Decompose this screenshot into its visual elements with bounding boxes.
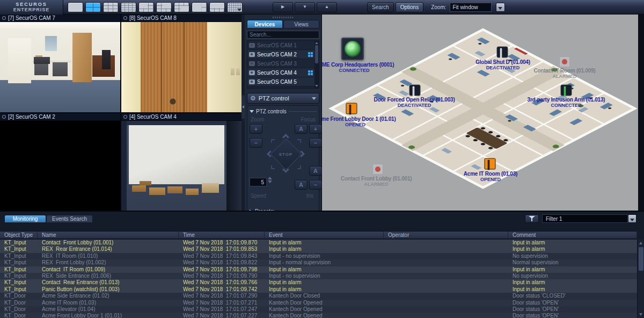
focus-auto-button[interactable]: A — [295, 124, 308, 134]
filter-button[interactable] — [525, 214, 539, 223]
collapse-button[interactable]: ▼ — [295, 2, 315, 12]
column-header[interactable]: Event — [265, 232, 384, 238]
iris-close-button[interactable]: − — [309, 180, 322, 190]
iris-auto-button[interactable]: A — [309, 166, 322, 176]
camera-tile[interactable]: [4] SecurOS CAM 4 — [121, 113, 241, 211]
device-marker-icon[interactable] — [341, 38, 364, 60]
layout-button[interactable] — [227, 2, 243, 12]
device-marker-label: Acme IT Room (01.03) OPENED — [426, 171, 555, 182]
device-list-item[interactable]: SecurOS CAM 2 — [247, 50, 314, 59]
layout-button[interactable] — [138, 2, 154, 12]
facility-map[interactable]: ACME Corp Headquarters (0001) CONNECTED — [322, 15, 644, 211]
cell-event: Kantech Door Opened — [265, 300, 384, 306]
device-marker-icon[interactable] — [559, 56, 570, 67]
device-marker-icon[interactable] — [372, 164, 383, 175]
device-marker-icon[interactable] — [497, 47, 508, 58]
events-tab[interactable]: Monitoring — [4, 215, 46, 223]
event-row[interactable]: KT_Input Contact Front Lobby (01.001) We… — [0, 240, 637, 246]
layout-button[interactable] — [68, 2, 83, 12]
scroll-up-icon[interactable] — [639, 242, 642, 244]
event-row[interactable]: KT_Input REX Front Lobby (01.002) Wed 7 … — [0, 259, 637, 266]
device-list-item[interactable]: SecurOS CAM 5 — [247, 77, 314, 86]
panel-drag-handle[interactable] — [273, 17, 294, 18]
camera-tile[interactable]: [7] SecurOS CAM 7 — [0, 15, 120, 112]
layout-button[interactable] — [103, 2, 119, 12]
event-row[interactable]: KT_Input REX Rear Entrance (01.014) Wed … — [0, 246, 637, 252]
filter-select[interactable]: Filter 1 — [542, 214, 628, 223]
events-table-body: KT_Input Contact Front Lobby (01.001) We… — [0, 240, 637, 318]
events-table-scrollbar[interactable] — [637, 240, 644, 318]
spinner-down-icon[interactable] — [268, 180, 272, 183]
event-row[interactable]: KT_Door Acme Side Entrance (01.02) Wed 7… — [0, 293, 637, 299]
layout-button[interactable] — [209, 2, 225, 12]
panel-tab[interactable]: Views — [283, 20, 319, 28]
zoom-select[interactable]: Fit window — [450, 3, 492, 12]
device-search-input[interactable] — [247, 31, 319, 39]
event-row[interactable]: KT_Door Acme IT Room (01.03) Wed 7 Nov 2… — [0, 300, 637, 306]
spinner-up-icon[interactable] — [268, 177, 272, 179]
layout-indicator-icon — [308, 70, 313, 75]
camera-video[interactable] — [121, 121, 241, 211]
playback-button-group: ▶ ▼ ▲ — [273, 2, 337, 12]
layout-button[interactable] — [121, 2, 136, 12]
scroll-down-icon[interactable] — [315, 85, 318, 87]
device-marker-icon[interactable] — [561, 85, 572, 96]
device-marker-icon[interactable] — [409, 85, 421, 96]
zoom-select-arrow-button[interactable] — [496, 3, 505, 12]
pan-up-right-arrow[interactable] — [297, 139, 301, 143]
ptz-controls-section-header[interactable]: PTZ controls — [250, 109, 317, 114]
options-button[interactable]: Options — [396, 2, 423, 12]
camera-video[interactable] — [121, 22, 241, 112]
layout-button[interactable] — [156, 2, 172, 12]
scroll-down-icon[interactable] — [639, 313, 642, 316]
scrollbar-thumb[interactable] — [639, 247, 643, 271]
device-list-item[interactable]: SecurOS CAM 1 — [247, 41, 314, 50]
cell-time: Wed 7 Nov 2018 17:01:09.843 — [179, 253, 265, 259]
filter-select-arrow-button[interactable] — [628, 214, 636, 223]
camera-video[interactable] — [0, 121, 120, 211]
play-button[interactable]: ▶ — [273, 2, 293, 12]
cell-operator — [384, 313, 508, 318]
iris-open-button[interactable]: A — [295, 180, 308, 190]
pan-down-right-arrow[interactable] — [297, 165, 301, 169]
events-tab[interactable]: Events Search — [46, 215, 93, 223]
layout-button[interactable] — [174, 2, 189, 12]
scrollbar-thumb[interactable] — [315, 45, 318, 63]
scroll-up-icon[interactable] — [315, 42, 318, 44]
column-header[interactable]: Operator — [384, 232, 508, 238]
zoom-in-button[interactable]: + — [250, 124, 262, 134]
event-row[interactable]: KT_Door Acme Elevator (01.04) Wed 7 Nov … — [0, 306, 637, 313]
column-header[interactable]: Name — [38, 232, 179, 238]
event-row[interactable]: KT_Input REX IT Room (01.010) Wed 7 Nov … — [0, 253, 637, 259]
event-row[interactable]: KT_Door Acme Front Lobby Door 1 (01.01) … — [0, 313, 637, 318]
pan-up-left-arrow[interactable] — [271, 139, 275, 143]
device-marker-icon[interactable] — [485, 158, 496, 170]
cell-operator — [384, 300, 508, 306]
padlock-shackle — [500, 48, 502, 58]
camera-video[interactable] — [0, 22, 120, 112]
device-list-item[interactable]: SecurOS CAM 3 — [247, 59, 314, 68]
device-list-item[interactable]: SecurOS CAM 4 — [247, 68, 314, 77]
camera-tile[interactable]: [8] SecurOS CAM 8 — [121, 15, 241, 112]
column-header[interactable]: Comment — [508, 232, 637, 238]
expand-button[interactable]: ▲ — [317, 2, 337, 12]
zoom-out-button[interactable]: − — [250, 138, 262, 148]
event-row[interactable]: KT_Input Panic Button (watchlist) (01.00… — [0, 286, 637, 293]
panel-tab[interactable]: Devices — [247, 20, 283, 28]
ptz-speed-value[interactable]: 5 — [250, 178, 267, 186]
pan-down-left-arrow[interactable] — [271, 165, 275, 169]
event-row[interactable]: KT_Input REX Side Entrance (01.006) Wed … — [0, 273, 637, 279]
focus-in-button[interactable]: + — [309, 124, 322, 134]
layout-button[interactable] — [192, 2, 207, 12]
focus-out-button[interactable]: − — [309, 138, 322, 148]
event-row[interactable]: KT_Input Contact IT Room (01.009) Wed 7 … — [0, 266, 637, 273]
event-row[interactable]: KT_Input Contact Rear Entrance (01.013) … — [0, 279, 637, 286]
layout-button[interactable] — [85, 2, 101, 12]
column-header[interactable]: Time — [179, 232, 265, 238]
device-marker-icon[interactable] — [346, 103, 357, 114]
column-header[interactable]: Object Type — [0, 232, 38, 238]
device-list-scrollbar[interactable] — [314, 41, 319, 88]
camera-tile[interactable]: [2] SecurOS CAM 2 — [0, 113, 120, 211]
ptz-control-header[interactable]: ⚙ PTZ control — [247, 93, 319, 104]
search-button[interactable]: Search — [367, 2, 394, 12]
